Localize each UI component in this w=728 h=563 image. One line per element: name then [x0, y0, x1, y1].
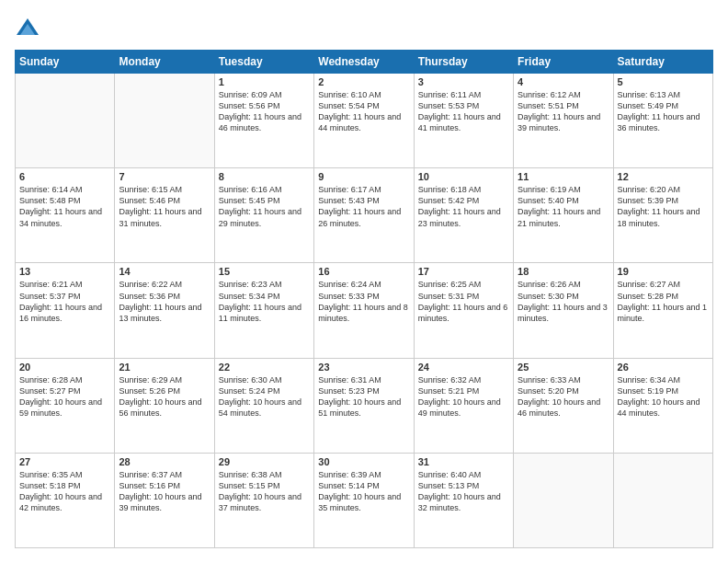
day-info: Sunrise: 6:10 AM Sunset: 5:54 PM Dayligh…: [318, 89, 409, 134]
calendar-cell: 1Sunrise: 6:09 AM Sunset: 5:56 PM Daylig…: [214, 74, 313, 168]
day-number: 11: [518, 171, 609, 182]
day-info: Sunrise: 6:34 AM Sunset: 5:19 PM Dayligh…: [618, 374, 709, 419]
day-info: Sunrise: 6:24 AM Sunset: 5:33 PM Dayligh…: [318, 279, 409, 324]
day-header-friday: Friday: [514, 51, 613, 74]
day-number: 28: [119, 456, 210, 467]
calendar-cell: 31Sunrise: 6:40 AM Sunset: 5:13 PM Dayli…: [414, 453, 513, 547]
day-info: Sunrise: 6:16 AM Sunset: 5:45 PM Dayligh…: [219, 184, 310, 229]
day-info: Sunrise: 6:18 AM Sunset: 5:42 PM Dayligh…: [418, 184, 509, 229]
day-info: Sunrise: 6:35 AM Sunset: 5:18 PM Dayligh…: [19, 469, 110, 514]
calendar-cell: 9Sunrise: 6:17 AM Sunset: 5:43 PM Daylig…: [314, 168, 414, 263]
calendar-cell: 16Sunrise: 6:24 AM Sunset: 5:33 PM Dayli…: [314, 263, 414, 358]
calendar-cell: 23Sunrise: 6:31 AM Sunset: 5:23 PM Dayli…: [314, 358, 414, 453]
day-number: 22: [219, 362, 310, 373]
calendar-cell: [16, 74, 115, 168]
week-row-3: 13Sunrise: 6:21 AM Sunset: 5:37 PM Dayli…: [16, 263, 713, 358]
calendar-cell: 29Sunrise: 6:38 AM Sunset: 5:15 PM Dayli…: [214, 453, 313, 547]
day-info: Sunrise: 6:20 AM Sunset: 5:39 PM Dayligh…: [618, 184, 709, 229]
day-info: Sunrise: 6:25 AM Sunset: 5:31 PM Dayligh…: [418, 279, 509, 324]
day-info: Sunrise: 6:26 AM Sunset: 5:30 PM Dayligh…: [518, 279, 609, 324]
logo: [15, 15, 44, 40]
day-info: Sunrise: 6:37 AM Sunset: 5:16 PM Dayligh…: [119, 469, 210, 514]
day-info: Sunrise: 6:11 AM Sunset: 5:53 PM Dayligh…: [418, 89, 509, 134]
day-header-wednesday: Wednesday: [314, 51, 414, 74]
calendar-cell: 8Sunrise: 6:16 AM Sunset: 5:45 PM Daylig…: [214, 168, 313, 263]
day-info: Sunrise: 6:30 AM Sunset: 5:24 PM Dayligh…: [219, 374, 310, 419]
days-header-row: SundayMondayTuesdayWednesdayThursdayFrid…: [16, 51, 713, 74]
day-info: Sunrise: 6:23 AM Sunset: 5:34 PM Dayligh…: [219, 279, 310, 324]
calendar-cell: 5Sunrise: 6:13 AM Sunset: 5:49 PM Daylig…: [613, 74, 712, 168]
day-number: 7: [119, 171, 210, 182]
day-number: 1: [219, 76, 310, 87]
calendar-cell: [613, 453, 712, 547]
day-number: 18: [518, 266, 609, 277]
week-row-2: 6Sunrise: 6:14 AM Sunset: 5:48 PM Daylig…: [16, 168, 713, 263]
day-number: 19: [618, 266, 709, 277]
day-number: 15: [219, 266, 310, 277]
calendar-cell: 21Sunrise: 6:29 AM Sunset: 5:26 PM Dayli…: [115, 358, 214, 453]
day-number: 29: [219, 456, 310, 467]
day-number: 20: [19, 362, 110, 373]
day-number: 23: [318, 362, 409, 373]
day-number: 5: [618, 76, 709, 87]
week-row-4: 20Sunrise: 6:28 AM Sunset: 5:27 PM Dayli…: [16, 358, 713, 453]
day-info: Sunrise: 6:39 AM Sunset: 5:14 PM Dayligh…: [318, 469, 409, 514]
day-info: Sunrise: 6:31 AM Sunset: 5:23 PM Dayligh…: [318, 374, 409, 419]
calendar-cell: 17Sunrise: 6:25 AM Sunset: 5:31 PM Dayli…: [414, 263, 513, 358]
day-info: Sunrise: 6:19 AM Sunset: 5:40 PM Dayligh…: [518, 184, 609, 229]
day-info: Sunrise: 6:15 AM Sunset: 5:46 PM Dayligh…: [119, 184, 210, 229]
day-info: Sunrise: 6:13 AM Sunset: 5:49 PM Dayligh…: [618, 89, 709, 134]
day-number: 6: [19, 171, 110, 182]
calendar-cell: [514, 453, 613, 547]
day-info: Sunrise: 6:09 AM Sunset: 5:56 PM Dayligh…: [219, 89, 310, 134]
day-info: Sunrise: 6:29 AM Sunset: 5:26 PM Dayligh…: [119, 374, 210, 419]
calendar-cell: 2Sunrise: 6:10 AM Sunset: 5:54 PM Daylig…: [314, 74, 414, 168]
week-row-5: 27Sunrise: 6:35 AM Sunset: 5:18 PM Dayli…: [16, 453, 713, 547]
calendar-cell: 7Sunrise: 6:15 AM Sunset: 5:46 PM Daylig…: [115, 168, 214, 263]
day-info: Sunrise: 6:38 AM Sunset: 5:15 PM Dayligh…: [219, 469, 310, 514]
calendar-cell: 25Sunrise: 6:33 AM Sunset: 5:20 PM Dayli…: [514, 358, 613, 453]
calendar-cell: 6Sunrise: 6:14 AM Sunset: 5:48 PM Daylig…: [16, 168, 115, 263]
calendar-cell: 19Sunrise: 6:27 AM Sunset: 5:28 PM Dayli…: [613, 263, 712, 358]
day-number: 31: [418, 456, 509, 467]
day-info: Sunrise: 6:27 AM Sunset: 5:28 PM Dayligh…: [618, 279, 709, 324]
day-number: 26: [618, 362, 709, 373]
calendar-cell: 27Sunrise: 6:35 AM Sunset: 5:18 PM Dayli…: [16, 453, 115, 547]
day-info: Sunrise: 6:21 AM Sunset: 5:37 PM Dayligh…: [19, 279, 110, 324]
week-row-1: 1Sunrise: 6:09 AM Sunset: 5:56 PM Daylig…: [16, 74, 713, 168]
day-number: 2: [318, 76, 409, 87]
calendar-cell: 11Sunrise: 6:19 AM Sunset: 5:40 PM Dayli…: [514, 168, 613, 263]
calendar-cell: 10Sunrise: 6:18 AM Sunset: 5:42 PM Dayli…: [414, 168, 513, 263]
calendar-cell: 13Sunrise: 6:21 AM Sunset: 5:37 PM Dayli…: [16, 263, 115, 358]
day-info: Sunrise: 6:12 AM Sunset: 5:51 PM Dayligh…: [518, 89, 609, 134]
day-number: 25: [518, 362, 609, 373]
day-info: Sunrise: 6:40 AM Sunset: 5:13 PM Dayligh…: [418, 469, 509, 514]
day-info: Sunrise: 6:28 AM Sunset: 5:27 PM Dayligh…: [19, 374, 110, 419]
day-number: 4: [518, 76, 609, 87]
calendar-cell: 24Sunrise: 6:32 AM Sunset: 5:21 PM Dayli…: [414, 358, 513, 453]
day-number: 16: [318, 266, 409, 277]
day-header-monday: Monday: [115, 51, 214, 74]
day-header-tuesday: Tuesday: [214, 51, 313, 74]
day-number: 9: [318, 171, 409, 182]
calendar-cell: 28Sunrise: 6:37 AM Sunset: 5:16 PM Dayli…: [115, 453, 214, 547]
day-number: 8: [219, 171, 310, 182]
calendar-cell: 18Sunrise: 6:26 AM Sunset: 5:30 PM Dayli…: [514, 263, 613, 358]
day-header-saturday: Saturday: [613, 51, 712, 74]
day-number: 17: [418, 266, 509, 277]
calendar-cell: [115, 74, 214, 168]
calendar-cell: 12Sunrise: 6:20 AM Sunset: 5:39 PM Dayli…: [613, 168, 712, 263]
day-number: 3: [418, 76, 509, 87]
day-number: 14: [119, 266, 210, 277]
day-header-sunday: Sunday: [16, 51, 115, 74]
calendar-cell: 26Sunrise: 6:34 AM Sunset: 5:19 PM Dayli…: [613, 358, 712, 453]
header: [15, 15, 713, 40]
day-number: 27: [19, 456, 110, 467]
calendar: SundayMondayTuesdayWednesdayThursdayFrid…: [15, 50, 713, 548]
day-info: Sunrise: 6:14 AM Sunset: 5:48 PM Dayligh…: [19, 184, 110, 229]
calendar-cell: 20Sunrise: 6:28 AM Sunset: 5:27 PM Dayli…: [16, 358, 115, 453]
page: SundayMondayTuesdayWednesdayThursdayFrid…: [0, 0, 728, 563]
day-number: 13: [19, 266, 110, 277]
logo-icon: [15, 15, 40, 40]
calendar-cell: 4Sunrise: 6:12 AM Sunset: 5:51 PM Daylig…: [514, 74, 613, 168]
